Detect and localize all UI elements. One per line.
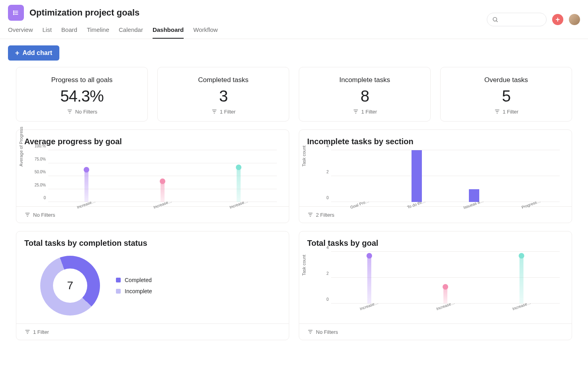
chart-title: Average progress by goal [24, 137, 281, 146]
stat-filter: 1 Filter [447, 108, 565, 115]
y-tick: 0 [30, 196, 46, 200]
stat-filter: No Filters [23, 108, 141, 115]
tab-list[interactable]: List [43, 26, 52, 39]
y-tick: 100.% [30, 144, 46, 148]
project-icon [8, 5, 24, 21]
y-tick: 0 [313, 196, 329, 200]
chart-filter: 1 Filter [33, 329, 49, 335]
chart-avg-progress[interactable]: Average progress by goal Average of Prog… [16, 129, 289, 223]
y-tick: 50.0% [30, 170, 46, 174]
svg-point-3 [14, 11, 14, 12]
svg-point-5 [14, 14, 14, 15]
chart-incomplete-by-section[interactable]: Incomplete tasks by section Task count 0… [299, 129, 572, 223]
y-axis-label: Task count [302, 145, 306, 167]
avatar[interactable] [569, 14, 580, 25]
svg-line-7 [496, 21, 498, 22]
tab-calendar[interactable]: Calendar [119, 26, 143, 39]
legend-swatch [116, 289, 121, 294]
legend-swatch [116, 278, 121, 282]
chart-title: Total tasks by completion status [24, 239, 281, 248]
y-tick: 0 [313, 297, 329, 302]
stat-filter: 1 Filter [164, 108, 282, 115]
legend-label: Completed [125, 277, 152, 283]
stat-title: Progress to all goals [23, 76, 141, 84]
add-chart-button[interactable]: + Add chart [8, 45, 59, 61]
donut-chart: 7 [40, 256, 100, 316]
search-input[interactable] [487, 13, 547, 26]
filter-icon [24, 212, 31, 218]
stat-title: Incomplete tasks [306, 76, 424, 84]
y-tick: 2 [313, 271, 329, 276]
filter-icon [307, 212, 314, 218]
stat-card-progress[interactable]: Progress to all goals 54.3% No Filters [16, 67, 148, 122]
stat-title: Overdue tasks [447, 76, 565, 84]
filter-icon [67, 108, 73, 115]
svg-point-4 [14, 12, 14, 13]
filter-icon [24, 329, 31, 335]
filter-icon [494, 108, 500, 115]
plus-icon: + [15, 49, 20, 57]
y-axis-label: Average of Progress [19, 126, 24, 166]
tab-overview[interactable]: Overview [8, 26, 33, 39]
chart-total-by-status[interactable]: Total tasks by completion status 7 Compl… [16, 231, 289, 340]
stat-title: Completed tasks [164, 76, 282, 84]
stat-value: 54.3% [23, 87, 141, 105]
stat-value: 8 [306, 87, 424, 105]
search-icon [492, 16, 498, 23]
chart-title: Incomplete tasks by section [307, 137, 564, 146]
add-chart-label: Add chart [23, 49, 53, 57]
legend-label: Incomplete [125, 288, 152, 294]
y-tick: 75.0% [30, 157, 46, 161]
legend-item: Completed [116, 277, 152, 283]
chart-filter: No Filters [33, 212, 55, 218]
stat-value: 3 [164, 87, 282, 105]
donut-center-value: 7 [67, 279, 73, 292]
y-tick: 2 [313, 170, 329, 174]
legend-item: Incomplete [116, 288, 152, 294]
y-axis-label: Task count [302, 255, 306, 276]
filter-icon [211, 108, 218, 115]
y-tick: 25.0% [30, 182, 46, 187]
global-add-button[interactable]: + [552, 14, 563, 25]
filter-icon [307, 329, 314, 335]
tab-timeline[interactable]: Timeline [87, 26, 109, 39]
stat-value: 5 [447, 87, 565, 105]
tab-board[interactable]: Board [61, 26, 77, 39]
stat-card-incomplete[interactable]: Incomplete tasks 8 1 Filter [299, 67, 431, 122]
page-title: Optimization project goals [29, 8, 139, 18]
filter-icon [353, 108, 359, 115]
tab-dashboard[interactable]: Dashboard [153, 26, 184, 39]
stat-card-completed[interactable]: Completed tasks 3 1 Filter [157, 67, 289, 122]
stat-card-overdue[interactable]: Overdue tasks 5 1 Filter [440, 67, 572, 122]
tab-workflow[interactable]: Workflow [193, 26, 218, 39]
chart-filter: 2 Filters [316, 212, 334, 218]
stat-filter: 1 Filter [306, 108, 424, 115]
chart-total-by-goal[interactable]: Total tasks by goal Task count 024 Incre… [299, 231, 572, 340]
y-tick: 4 [313, 144, 329, 148]
y-tick: 4 [313, 245, 329, 250]
legend: CompletedIncomplete [116, 277, 152, 294]
chart-filter: No Filters [316, 329, 338, 335]
chart-title: Total tasks by goal [307, 239, 564, 248]
svg-point-6 [493, 18, 497, 21]
